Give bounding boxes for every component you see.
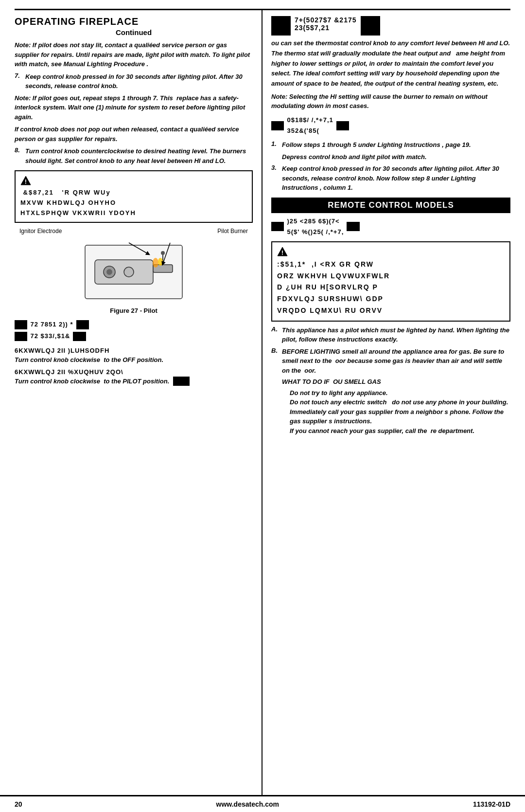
for-your-safety-section: )25 <285 6$)(7< 5($' %()25( /,*+7, <box>271 216 510 237</box>
warning-encoded-5: VRQDO LQMXU\ RU ORVV <box>277 305 505 317</box>
item-B-do2: Do not touch any electric switch do not … <box>290 397 510 407</box>
warning-encoded-3: D ¿UH RU H[SORVLRQ P <box>277 282 505 293</box>
encoded-box2-line2: 352&('85( <box>287 126 333 136</box>
right-item2-text: Depress control knob and light pilot wit… <box>282 153 427 161</box>
item-A-text: This appliance has a pilot which must be… <box>282 325 510 344</box>
thermostat-note: Note: Selecting the HI setting will caus… <box>271 92 510 111</box>
shutoff2-text: Turn control knob clockwise to the PILOT… <box>15 377 169 386</box>
encoded-box1-row2: 72 $33/,$1& <box>15 331 253 342</box>
shutoff2-text-row: Turn control knob clockwise to the PILOT… <box>15 377 253 386</box>
warning-icon: ! <box>277 246 288 257</box>
warning-encoded-1: :$51,1* ,I <RX GR QRW <box>277 259 505 271</box>
shutoff2-title: 6KXWWLQJ 2II %XUQHUV 2QO\ <box>15 368 253 376</box>
thermostat-encoded-2: 23(5$7,21 <box>295 24 357 32</box>
thermostat-header: 7+(5027$7 &2175 23(5$7,21 <box>271 16 510 36</box>
safety-black-square-left <box>271 222 284 231</box>
item-B-do4: If you cannot reach your gas supplier, c… <box>290 426 510 436</box>
item8-text: Turn control knob counterclockwise to de… <box>25 146 253 165</box>
warning-encoded-2: ORZ WKHVH LQVWUXFWLR <box>277 271 505 282</box>
footer: 20 www.desatech.com 113192-01D <box>0 795 525 812</box>
black-square-5 <box>173 377 190 386</box>
note2: Note: If pilot goes out, repeat steps 1 … <box>15 93 253 122</box>
black-square-3 <box>15 332 27 341</box>
safety-encoded-text: )25 <285 6$)(7< 5($' %()25( /,*+7, <box>287 216 344 237</box>
right-item-3: 3. Keep control knob pressed in for 30 s… <box>271 164 510 193</box>
black-square-6 <box>271 121 284 130</box>
item-B-do1: Do not try to light any appliance. <box>290 388 510 398</box>
note1: Note: If pilot does not stay lit, contac… <box>15 40 253 69</box>
encoded-line2: 72 $33/,$1& <box>30 331 70 342</box>
diagram-labels: Ignitor Electrode Pilot Burner <box>15 228 253 235</box>
caution-box: ! &$87,21 'R QRW WUy MXVW KHDWLQJ OHYHO … <box>15 170 253 223</box>
footer-page-number: 20 <box>15 800 22 808</box>
right-item1-num: 1. <box>271 140 282 150</box>
right-item1-text: Follow steps 1 through 5 under Lighting … <box>282 140 471 150</box>
remote-control-banner: REMOTE CONTROL MODELS <box>271 198 510 213</box>
item-B-do3: Immediately call your gas supplier from … <box>290 407 510 426</box>
caution-title: ! <box>20 175 247 186</box>
encoded-box2-text: 0$18$/ /,*+7,1 352&('85( <box>287 115 333 136</box>
encoded-line1: 72 7851 2)) * <box>30 319 73 330</box>
black-square-7 <box>336 121 349 130</box>
footer-doc-number: 113192-01D <box>473 800 510 808</box>
thermostat-para: ou can set the thermostat control knob t… <box>271 38 510 89</box>
encoded-box2-line1: 0$18$/ /,*+7,1 <box>287 115 333 126</box>
svg-text:!: ! <box>25 178 27 185</box>
item-B-label: B. <box>271 347 282 436</box>
item-B-content: BEFORE LIGHTING smell all around the app… <box>282 347 510 436</box>
item-B-text1: BEFORE LIGHTING smell all around the app… <box>282 347 510 376</box>
warning-triangle-icon: ! <box>20 175 31 186</box>
safety-black-square-right <box>347 222 359 231</box>
item-7: 7. Keep control knob pressed in for 30 s… <box>15 72 253 91</box>
shutoff1-section: 6KXWWLQJ 2II )LUHSODFH Turn control knob… <box>15 347 253 365</box>
thermostat-header-text: 7+(5027$7 &2175 23(5$7,21 <box>295 16 357 32</box>
svg-text:!: ! <box>281 249 283 256</box>
item-B-what: WHAT TO DO IF OU SMELL GAS <box>282 377 510 387</box>
figure-caption: Figure 27 - Pilot <box>15 307 253 314</box>
right-item-1: 1. Follow steps 1 through 5 under Lighti… <box>271 140 510 150</box>
svg-point-12 <box>106 269 112 275</box>
warning-box: ! :$51,1* ,I <RX GR QRW ORZ WKHVH LQVWUX… <box>271 241 510 322</box>
if-control-span: If control knob does not pop out when re… <box>15 126 239 143</box>
svg-point-7 <box>153 258 158 268</box>
footer-website: www.desatech.com <box>216 800 279 808</box>
item7-text: Keep control knob pressed in for 30 seco… <box>25 72 253 91</box>
shutoff2-section: 6KXWWLQJ 2II %XUQHUV 2QO\ Turn control k… <box>15 368 253 386</box>
note1-text: Note: If pilot does not stay lit, contac… <box>15 41 250 68</box>
item-8: 8. Turn control knob counterclockwise to… <box>15 146 253 165</box>
safety-encoded-1: )25 <285 6$)(7< <box>287 216 344 227</box>
if-control-text: If control knob does not pop out when re… <box>15 125 253 144</box>
pilot-figure: Ignitor Electrode Pilot Burner <box>15 228 253 314</box>
pilot-label: Pilot Burner <box>217 228 248 235</box>
right-item3-num: 3. <box>271 164 282 193</box>
thermostat-black-square-right <box>361 16 380 36</box>
item7-num: 7. <box>15 72 25 91</box>
shutoff1-title: 6KXWWLQJ 2II )LUHSODFH <box>15 347 253 354</box>
encoded-box1: 72 7851 2)) * 72 $33/,$1& <box>15 319 253 342</box>
caution-encoded-2: MXVW KHDWLQJ OHYHO <box>20 198 247 208</box>
thermostat-encoded-1: 7+(5027$7 &2175 <box>295 16 357 24</box>
item-A-label: A. <box>271 325 282 344</box>
encoded-box1-row1: 72 7851 2)) * <box>15 319 253 330</box>
warning-encoded-4: FDXVLQJ SURSHUW\ GDP <box>277 293 505 305</box>
shutoff1-text: Turn control knob clockwise to the OFF p… <box>15 355 253 365</box>
item-A: A. This appliance has a pilot which must… <box>271 325 510 344</box>
pilot-svg <box>80 235 187 304</box>
left-column: OPERATING FIREPLACE Continued Note: If p… <box>15 10 262 795</box>
safety-encoded-2: 5($' %()25( /,*+7, <box>287 227 344 237</box>
svg-point-8 <box>158 258 163 266</box>
caution-encoded-1: &$87,21 'R QRW WUy <box>20 188 247 198</box>
svg-point-6 <box>161 251 165 255</box>
black-square-1 <box>15 320 27 329</box>
item8-num: 8. <box>15 146 25 165</box>
black-square-4 <box>73 332 86 341</box>
right-column: 7+(5027$7 &2175 23(5$7,21 ou can set the… <box>262 10 510 795</box>
right-item3-text: Keep control knob pressed in for 30 seco… <box>282 164 510 193</box>
right-item-2: Depress control knob and light pilot wit… <box>282 152 510 162</box>
section-title: OPERATING FIREPLACE <box>15 16 253 27</box>
page: OPERATING FIREPLACE Continued Note: If p… <box>0 0 525 812</box>
main-content: OPERATING FIREPLACE Continued Note: If p… <box>0 10 525 795</box>
ignitor-label: Ignitor Electrode <box>19 228 62 235</box>
encoded-box2: 0$18$/ /,*+7,1 352&('85( <box>271 115 510 136</box>
black-square-2 <box>76 320 89 329</box>
